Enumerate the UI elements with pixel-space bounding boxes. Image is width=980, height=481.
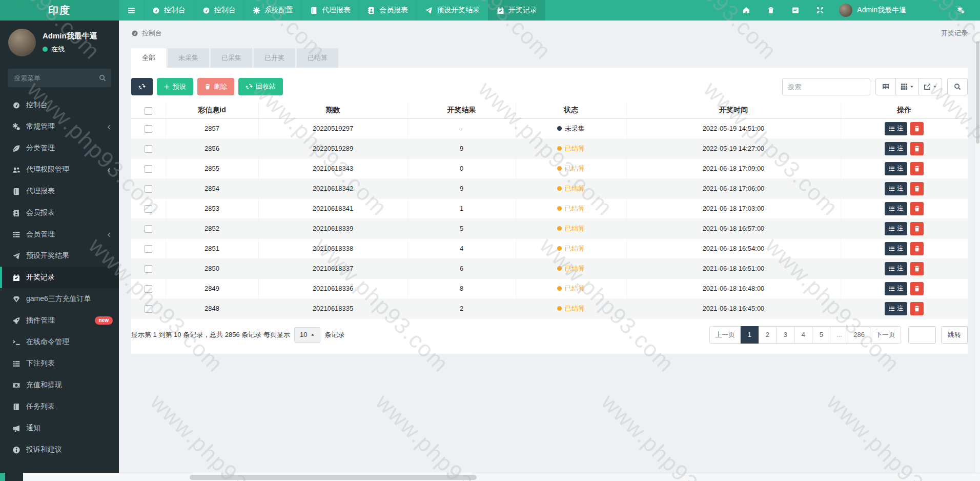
recycle-bin-button[interactable]: 回收站 <box>238 78 283 95</box>
note-button[interactable]: 注 <box>885 162 907 175</box>
top-tab-agent-report[interactable]: 代理报表 <box>301 0 359 21</box>
row-delete-button[interactable] <box>910 122 924 135</box>
filter-tab[interactable]: 未采集 <box>168 48 209 68</box>
sidebar-item-dashboard[interactable]: 控制台 <box>0 94 119 116</box>
note-button[interactable]: 注 <box>885 242 907 255</box>
page-number-button[interactable]: 286 <box>848 326 870 344</box>
row-delete-button[interactable] <box>910 202 924 215</box>
sidebar-item-agent-report[interactable]: 代理报表 <box>0 181 119 202</box>
home-button[interactable] <box>737 0 756 21</box>
vertical-scrollbar[interactable] <box>975 21 980 473</box>
column-header-status[interactable]: 状态 <box>516 103 626 118</box>
columns-button[interactable] <box>896 78 919 95</box>
note-button[interactable]: 注 <box>885 282 907 295</box>
filter-tab[interactable]: 已采集 <box>211 48 252 68</box>
sidebar-item-game6-orders[interactable]: game6三方充值订单 <box>0 288 119 310</box>
sidebar-item-category[interactable]: 分类管理 <box>0 137 119 159</box>
export-button[interactable] <box>919 78 942 95</box>
menu-search-input[interactable] <box>8 69 111 87</box>
row-delete-button[interactable] <box>910 262 924 275</box>
note-button[interactable]: 注 <box>885 222 907 235</box>
row-checkbox[interactable] <box>145 305 152 313</box>
delete-button[interactable]: 删除 <box>197 78 234 95</box>
note-button[interactable]: 注 <box>885 182 907 195</box>
clear-cache-button[interactable] <box>761 0 781 21</box>
row-delete-button[interactable] <box>910 242 924 255</box>
scrollbar-thumb[interactable] <box>976 41 979 144</box>
sidebar-item-deposit-withdraw[interactable]: 充值和提现 <box>0 374 119 396</box>
settings-button[interactable] <box>951 0 971 21</box>
filter-tab[interactable]: 已开奖 <box>254 48 295 68</box>
trash-icon <box>914 246 920 252</box>
note-button[interactable]: 注 <box>885 302 907 315</box>
top-tab-lottery-records[interactable]: 开奖记录 <box>488 0 545 21</box>
refresh-button[interactable] <box>131 78 153 95</box>
sidebar-item-member-manage[interactable]: 会员管理 <box>0 224 119 245</box>
table-search-input[interactable] <box>782 78 870 95</box>
sidebar-item-plugins[interactable]: 插件管理new <box>0 310 119 331</box>
row-checkbox[interactable] <box>145 125 152 133</box>
row-checkbox[interactable] <box>145 165 152 173</box>
column-header-id[interactable]: 彩信息id <box>166 103 258 118</box>
page-size-select[interactable]: 10 <box>294 327 320 343</box>
row-checkbox[interactable] <box>145 225 152 233</box>
row-delete-button[interactable] <box>910 142 924 155</box>
top-tab-system-config[interactable]: 系统配置 <box>244 0 301 21</box>
page-number-button[interactable]: 5 <box>812 326 830 344</box>
select-all-checkbox[interactable] <box>145 107 152 115</box>
note-button[interactable]: 注 <box>885 142 907 155</box>
row-delete-button[interactable] <box>910 182 924 195</box>
column-header-time[interactable]: 开奖时间 <box>626 103 841 118</box>
row-checkbox[interactable] <box>145 245 152 253</box>
column-header-result[interactable]: 开奖结果 <box>407 103 516 118</box>
page-number-button[interactable]: 3 <box>777 326 794 344</box>
preset-button[interactable]: 预设 <box>157 78 193 95</box>
top-tab-dashboard-1[interactable]: 控制台 <box>144 0 194 21</box>
page-number-button[interactable]: 2 <box>759 326 777 344</box>
search-toggle-button[interactable] <box>947 78 968 95</box>
row-checkbox[interactable] <box>145 145 152 153</box>
trash-icon <box>914 286 920 292</box>
cache-button[interactable] <box>786 0 805 21</box>
sidebar-item-lottery-records[interactable]: 开奖记录 <box>0 267 119 288</box>
filter-tab[interactable]: 全部 <box>131 48 166 68</box>
filter-tab[interactable]: 已结算 <box>297 48 338 68</box>
user-menu[interactable]: Admin我最牛逼 <box>835 4 910 17</box>
horizontal-scrollbar[interactable] <box>23 473 980 481</box>
row-checkbox[interactable] <box>145 185 152 193</box>
sidebar-item-general[interactable]: 常规管理 <box>0 116 119 137</box>
sidebar-item-agent-permission[interactable]: 代理权限管理 <box>0 159 119 181</box>
sidebar-item-task-list[interactable]: 任务列表 <box>0 396 119 417</box>
row-delete-button[interactable] <box>910 282 924 295</box>
row-delete-button[interactable] <box>910 302 924 315</box>
row-checkbox[interactable] <box>145 285 152 293</box>
row-checkbox[interactable] <box>145 205 152 213</box>
top-tab-dashboard-2[interactable]: 控制台 <box>194 0 244 21</box>
page-number-button[interactable]: 1 <box>741 326 759 344</box>
note-button[interactable]: 注 <box>885 262 907 275</box>
column-header-issue[interactable]: 期数 <box>258 103 407 118</box>
sidebar-item-member-report[interactable]: 会员报表 <box>0 202 119 224</box>
jump-page-input[interactable] <box>908 326 936 344</box>
top-tab-preset-results[interactable]: 预设开奖结果 <box>416 0 488 21</box>
page-number-button[interactable]: ... <box>830 326 848 344</box>
note-button[interactable]: 注 <box>885 202 907 215</box>
row-checkbox[interactable] <box>145 265 152 273</box>
fullscreen-button[interactable] <box>810 0 830 21</box>
jump-button[interactable]: 跳转 <box>941 326 968 344</box>
sidebar-item-preset-results[interactable]: 预设开奖结果 <box>0 245 119 267</box>
page-number-button[interactable]: 4 <box>794 326 812 344</box>
row-delete-button[interactable] <box>910 162 924 175</box>
sidebar-item-notice[interactable]: 通知 <box>0 417 119 439</box>
sidebar-item-online-commands[interactable]: 在线命令管理 <box>0 331 119 353</box>
sidebar-item-bet-list[interactable]: 下注列表 <box>0 353 119 374</box>
scrollbar-thumb[interactable] <box>190 475 477 480</box>
note-button[interactable]: 注 <box>885 122 907 135</box>
row-delete-button[interactable] <box>910 222 924 235</box>
sidebar-item-complaints[interactable]: 投诉和建议 <box>0 439 119 460</box>
prev-page-button[interactable]: 上一页 <box>709 326 741 344</box>
detail-view-button[interactable] <box>875 78 896 95</box>
top-tab-member-report[interactable]: 会员报表 <box>359 0 416 21</box>
sidebar-toggle-button[interactable] <box>119 0 144 21</box>
next-page-button[interactable]: 下一页 <box>870 326 901 344</box>
